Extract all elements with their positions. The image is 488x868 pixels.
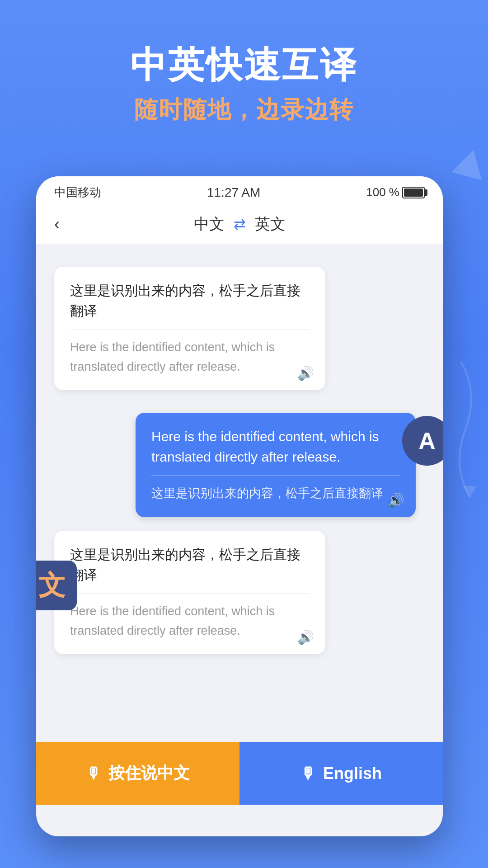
bubble-3-sound[interactable]: 🔊: [297, 629, 314, 645]
back-button[interactable]: ‹: [54, 215, 60, 234]
nav-bar: ‹ 中文 ⇄ 英文: [36, 205, 443, 244]
lang-from: 中文: [194, 214, 225, 235]
bubble-3-secondary: Here is the identified content, which is…: [70, 602, 310, 641]
english-btn-label: English: [323, 764, 382, 783]
bubble-left-1: 这里是识别出来的内容，松手之后直接翻译 Here is the identifi…: [54, 267, 325, 390]
bubble-1-primary: 这里是识别出来的内容，松手之后直接翻译: [70, 280, 310, 321]
bubble-2-secondary: 这里是识别出来的内容，松手之后直接翻译: [151, 484, 400, 503]
bubble-container-1: 这里是识别出来的内容，松手之后直接翻译 Here is the identifi…: [36, 258, 443, 399]
bubble-3-divider: [70, 593, 310, 594]
bubble-left-2: 这里是识别出来的内容，松手之后直接翻译 Here is the identifi…: [54, 531, 325, 654]
avatar-wen: 文: [36, 561, 77, 610]
battery-fill: [404, 189, 423, 197]
svg-marker-0: [452, 149, 483, 180]
bubble-2-divider: [151, 475, 400, 476]
bubble-right-1: Here is the identified content, which is…: [136, 413, 416, 517]
carrier: 中国移动: [54, 184, 101, 200]
header-area: 中英快速互译 随时随地，边录边转: [0, 0, 488, 126]
deco-arrow-top: [452, 149, 483, 194]
bubble-2-primary: Here is the identified content, which is…: [151, 426, 400, 467]
avatar-wen-label: 文: [38, 567, 66, 604]
bubble-1-sound[interactable]: 🔊: [297, 365, 314, 381]
bubble-container-2: Here is the identified content, which is…: [36, 399, 443, 526]
time: 11:27 AM: [207, 185, 260, 200]
btn-english[interactable]: 🎙 English: [239, 742, 443, 805]
phone-mockup: 中国移动 11:27 AM 100 % ‹ 中文 ⇄ 英文 这里是识别出来的内容…: [36, 176, 443, 836]
svg-marker-1: [463, 486, 477, 497]
content-area: 这里是识别出来的内容，松手之后直接翻译 Here is the identifi…: [36, 244, 443, 805]
bubble-3-primary: 这里是识别出来的内容，松手之后直接翻译: [70, 544, 310, 585]
english-mic-icon: 🎙: [300, 764, 316, 782]
chinese-btn-label: 按住说中文: [108, 762, 190, 784]
battery-text: 100 %: [366, 185, 399, 199]
btn-chinese[interactable]: 🎙 按住说中文: [36, 742, 239, 805]
swap-icon[interactable]: ⇄: [234, 216, 246, 233]
chinese-mic-icon: 🎙: [86, 764, 101, 782]
status-bar: 中国移动 11:27 AM 100 %: [36, 176, 443, 205]
bubble-1-secondary: Here is the identified content, which is…: [70, 338, 310, 377]
battery-icon: [402, 187, 425, 198]
lang-to: 英文: [255, 214, 286, 235]
deco-arrow-mid: [425, 357, 483, 502]
battery-container: 100 %: [366, 185, 425, 199]
sub-title: 随时随地，边录边转: [0, 94, 488, 126]
bubble-2-sound[interactable]: 🔊: [388, 492, 404, 508]
bubble-1-divider: [70, 329, 310, 330]
bottom-buttons: 🎙 按住说中文 🎙 English: [36, 741, 443, 805]
nav-title: 中文 ⇄ 英文: [194, 214, 286, 235]
main-title: 中英快速互译: [0, 45, 488, 85]
bubble-container-3: 这里是识别出来的内容，松手之后直接翻译 Here is the identifi…: [36, 526, 443, 659]
